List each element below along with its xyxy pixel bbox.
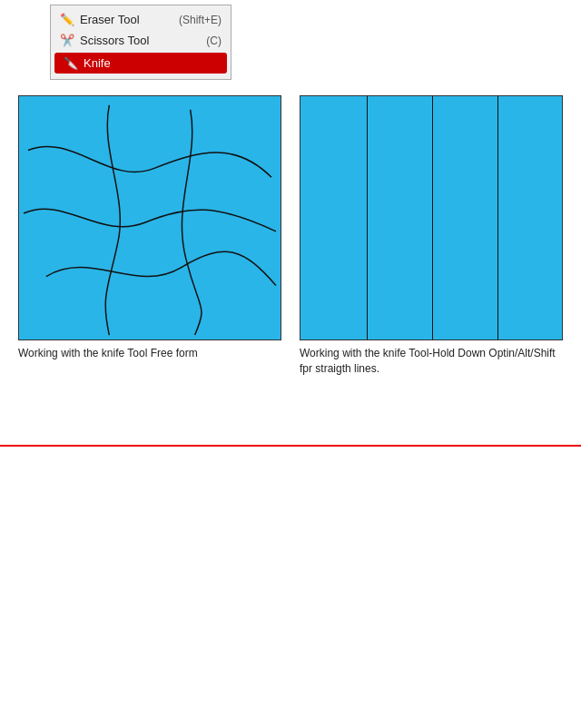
eraser-icon: ✏️ [60, 13, 74, 26]
left-panel: Working with the knife Tool Free form [18, 95, 281, 377]
vline-2 [432, 96, 433, 339]
eraser-shortcut: (Shift+E) [179, 14, 222, 26]
left-canvas [18, 95, 281, 340]
eraser-tool-item[interactable]: ✏️ Eraser Tool (Shift+E) [51, 9, 231, 30]
right-caption: Working with the knife Tool-Hold Down Op… [300, 346, 563, 377]
knife-label: Knife [84, 56, 111, 70]
scissors-icon: ✂️ [60, 34, 74, 47]
eraser-label: Eraser Tool [80, 13, 140, 26]
dropdown-menu[interactable]: ✏️ Eraser Tool (Shift+E) ✂️ Scissors Too… [50, 5, 231, 80]
right-panel: Working with the knife Tool-Hold Down Op… [300, 95, 563, 377]
panels-row: Working with the knife Tool Free form Wo… [18, 95, 563, 377]
right-canvas [300, 95, 563, 340]
knife-tool-item[interactable]: 🔪 Knife [54, 53, 227, 74]
vline-3 [497, 96, 498, 339]
left-caption: Working with the knife Tool Free form [18, 346, 198, 361]
bottom-section: 02 8 04 8 05 06 8 07 8 09 8 🔪 Slice Tool… [0, 445, 581, 728]
vline-1 [367, 96, 368, 339]
scissors-tool-item[interactable]: ✂️ Scissors Tool (C) [51, 30, 231, 51]
knife-icon: 🔪 [64, 56, 78, 70]
scissors-shortcut: (C) [206, 34, 222, 47]
top-section: ✏️ Eraser Tool (Shift+E) ✂️ Scissors Too… [0, 0, 581, 445]
scissors-label: Scissors Tool [80, 34, 149, 47]
